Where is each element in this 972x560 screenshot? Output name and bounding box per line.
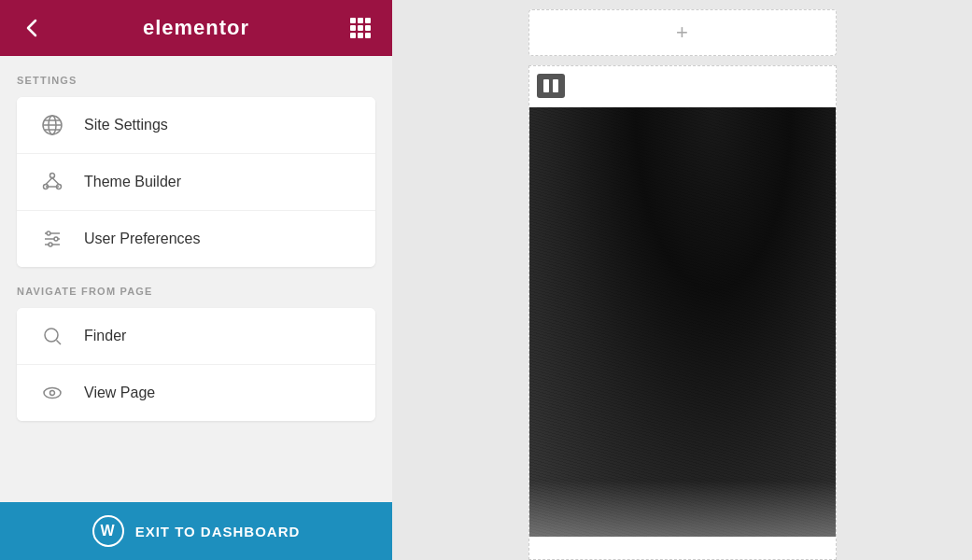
grid-icon	[350, 18, 371, 38]
sliders-icon	[35, 228, 69, 250]
right-panel: +	[392, 0, 972, 560]
panel-header: elementor	[0, 0, 392, 56]
site-settings-label: Site Settings	[84, 117, 168, 133]
menu-item-view-page[interactable]: View Page	[17, 365, 375, 421]
theme-icon	[35, 171, 69, 193]
wordpress-logo: W	[92, 515, 124, 547]
theme-builder-label: Theme Builder	[84, 174, 181, 190]
user-preferences-label: User Preferences	[84, 231, 201, 247]
svg-point-16	[49, 243, 52, 246]
canvas-area	[528, 65, 837, 560]
settings-menu-card: Site Settings Theme Builder	[17, 97, 375, 267]
svg-point-17	[45, 329, 58, 342]
svg-point-5	[50, 174, 55, 178]
finder-label: Finder	[84, 328, 126, 344]
navigate-menu-card: Finder View Page	[17, 308, 375, 421]
settings-section-label: SETTINGS	[17, 75, 375, 86]
add-row-button[interactable]: +	[528, 9, 837, 56]
canvas-image	[529, 107, 836, 537]
navigate-section-label: NAVIGATE FROM PAGE	[17, 286, 375, 297]
svg-rect-22	[553, 79, 558, 92]
app-title: elementor	[143, 16, 249, 40]
menu-item-finder[interactable]: Finder	[17, 308, 375, 365]
globe-icon	[35, 114, 69, 136]
view-page-label: View Page	[84, 385, 155, 401]
panel-content: SETTINGS Site Settings	[0, 56, 392, 502]
exit-button-label: EXIT TO DASHBOARD	[135, 524, 301, 539]
svg-rect-21	[543, 79, 549, 92]
svg-line-8	[46, 178, 52, 185]
menu-item-site-settings[interactable]: Site Settings	[17, 97, 375, 154]
search-icon	[35, 325, 69, 347]
svg-point-19	[44, 388, 61, 399]
menu-item-theme-builder[interactable]: Theme Builder	[17, 154, 375, 211]
svg-point-20	[50, 391, 55, 396]
menu-item-user-preferences[interactable]: User Preferences	[17, 211, 375, 267]
eye-icon	[35, 382, 69, 404]
column-handle-button[interactable]	[537, 74, 565, 98]
svg-point-15	[54, 237, 58, 241]
left-panel: elementor SETTINGS	[0, 0, 392, 560]
exit-to-dashboard-button[interactable]: W EXIT TO DASHBOARD	[0, 502, 392, 560]
svg-point-14	[47, 231, 50, 235]
grid-menu-button[interactable]	[345, 13, 375, 43]
plus-icon: +	[676, 21, 688, 45]
svg-line-18	[57, 341, 62, 345]
svg-line-9	[52, 178, 59, 185]
back-button[interactable]	[17, 13, 47, 43]
